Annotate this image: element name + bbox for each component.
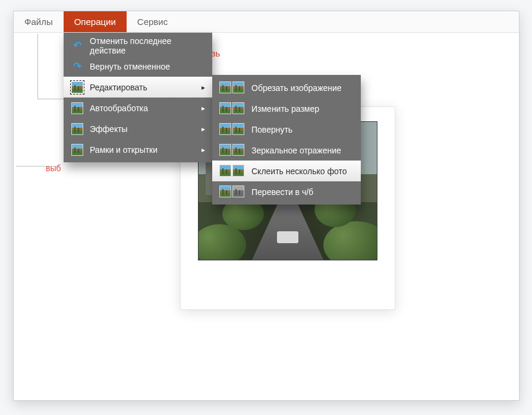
menu-item-label: Рамки и открытки (90, 145, 158, 155)
menu-item-label: Изменить размер (251, 104, 319, 114)
connector-line (37, 34, 66, 99)
operations-dropdown: ↶ Отменить последнее действие ↷ Вернуть … (64, 33, 212, 162)
menu-item-label: Вернуть отмененное (90, 62, 170, 71)
menu-operations[interactable]: Операции (64, 11, 127, 32)
menubar: Файлы Операции Сервис (14, 11, 519, 33)
connector-line-2 (16, 166, 59, 166)
mirror-icon (219, 144, 245, 157)
menu-service[interactable]: Сервис (127, 11, 178, 32)
menu-item-label: Повернуть (251, 125, 292, 134)
bw-icon (219, 186, 245, 199)
resize-icon (219, 102, 245, 115)
submenu-item-mirror[interactable]: Зеркальное отражение (212, 140, 361, 161)
submenu-arrow-icon: ▸ (202, 83, 205, 92)
edit-icon (71, 81, 84, 94)
menu-item-label: Склеить несколько фото (251, 166, 347, 176)
menu-item-label: Автообработка (90, 103, 148, 113)
submenu-arrow-icon: ▸ (202, 146, 205, 154)
menu-item-frames[interactable]: Рамки и открытки ▸ (64, 139, 212, 160)
auto-icon (71, 102, 84, 115)
submenu-arrow-icon: ▸ (202, 104, 205, 112)
menu-item-label: Редактировать (90, 83, 147, 92)
submenu-item-rotate[interactable]: Повернуть (212, 119, 361, 140)
menu-item-label: Обрезать изображение (251, 83, 342, 93)
menu-item-label: Эффекты (90, 124, 128, 134)
undo-icon: ↶ (71, 39, 84, 52)
menu-item-auto[interactable]: Автообработка ▸ (64, 98, 212, 118)
submenu-item-bw[interactable]: Перевести в ч/б (212, 181, 361, 202)
menu-item-redo[interactable]: ↷ Вернуть отмененное (64, 56, 212, 77)
effects-icon (71, 122, 84, 136)
submenu-item-resize[interactable]: Изменить размер (212, 98, 361, 119)
edit-submenu: Обрезать изображение Изменить размер Пов… (212, 75, 361, 205)
frames-icon (71, 143, 84, 156)
menu-item-label: Отменить последнее действие (90, 36, 205, 55)
side-label-select: выб (46, 164, 61, 173)
menu-item-effects[interactable]: Эффекты ▸ (64, 118, 212, 139)
app-window: Файлы Операции Сервис обратная связь ред… (13, 11, 520, 401)
menu-item-undo[interactable]: ↶ Отменить последнее действие (64, 35, 212, 56)
menu-item-edit[interactable]: Редактировать ▸ (64, 77, 212, 98)
redo-icon: ↷ (71, 60, 84, 73)
menu-item-label: Зеркальное отражение (251, 146, 341, 155)
crop-icon (219, 81, 245, 95)
submenu-arrow-icon: ▸ (202, 125, 205, 133)
submenu-item-crop[interactable]: Обрезать изображение (212, 77, 361, 98)
rotate-icon (219, 123, 245, 136)
menu-item-label: Перевести в ч/б (251, 187, 313, 197)
submenu-item-stitch[interactable]: Склеить несколько фото (212, 161, 361, 181)
menu-files[interactable]: Файлы (14, 11, 64, 32)
stitch-icon (219, 165, 245, 178)
